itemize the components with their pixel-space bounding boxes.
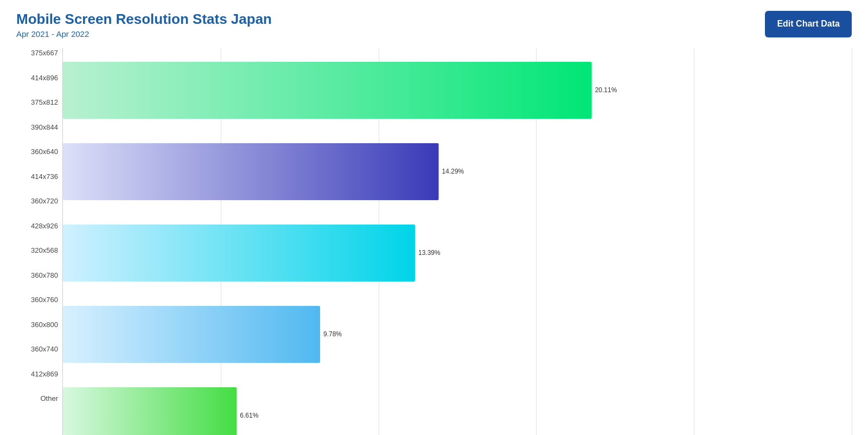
- y-axis-labels: 375x667414x896375x812390x844360x640414x7…: [16, 48, 62, 417]
- chart-title: Mobile Screen Resolution Stats Japan: [16, 11, 272, 28]
- chart-area: 375x667414x896375x812390x844360x640414x7…: [16, 48, 852, 417]
- y-label: 360x640: [16, 148, 62, 155]
- bar-row: 9.78%: [63, 293, 852, 375]
- bar-wrap: 13.39%: [63, 225, 852, 282]
- y-label: 320x568: [16, 247, 62, 254]
- y-label: 412x869: [16, 370, 62, 378]
- bar-row: 20.11%: [63, 49, 852, 131]
- y-label: 360x720: [16, 197, 62, 204]
- svg-rect-5: [63, 306, 320, 363]
- bar-value-label: 14.29%: [442, 168, 464, 175]
- bar-value-label: 13.39%: [418, 249, 441, 257]
- grid-line: [852, 48, 852, 435]
- bars-container: statcounter 20.11%14.29%13.39%9.78%6.61%…: [62, 48, 852, 435]
- y-label: 360x800: [16, 321, 62, 328]
- y-label: 390x844: [16, 124, 62, 131]
- svg-rect-3: [63, 143, 439, 200]
- bar-row: 14.29%: [63, 131, 852, 212]
- svg-rect-2: [63, 62, 592, 119]
- y-label: 428x926: [16, 222, 62, 229]
- y-label: Other: [16, 395, 62, 402]
- y-label: 360x740: [16, 346, 62, 353]
- svg-rect-6: [63, 387, 237, 435]
- bar-value-label: 20.11%: [595, 86, 617, 94]
- bar-row: 6.61%: [63, 375, 852, 435]
- page-container: Mobile Screen Resolution Stats Japan Apr…: [0, 0, 868, 435]
- chart-subtitle: Apr 2021 - Apr 2022: [16, 29, 272, 39]
- y-label: 375x667: [16, 49, 62, 56]
- bar-wrap: 9.78%: [63, 306, 852, 363]
- bar-wrap: 6.61%: [63, 387, 852, 435]
- y-label: 375x812: [16, 99, 62, 106]
- bar-row: 13.39%: [63, 212, 852, 293]
- header-row: Mobile Screen Resolution Stats Japan Apr…: [16, 11, 852, 39]
- title-block: Mobile Screen Resolution Stats Japan Apr…: [16, 11, 272, 39]
- chart-inner: statcounter 20.11%14.29%13.39%9.78%6.61%…: [62, 48, 852, 417]
- y-label: 414x736: [16, 173, 62, 180]
- y-label: 360x780: [16, 272, 62, 279]
- bar-value-label: 6.61%: [240, 412, 258, 419]
- y-label: 360x760: [16, 296, 62, 303]
- svg-rect-4: [63, 225, 415, 282]
- bar-value-label: 9.78%: [323, 330, 342, 338]
- edit-chart-button[interactable]: Edit Chart Data: [765, 11, 852, 37]
- bar-wrap: 20.11%: [63, 62, 852, 119]
- bar-wrap: 14.29%: [63, 143, 852, 200]
- y-label: 414x896: [16, 74, 62, 81]
